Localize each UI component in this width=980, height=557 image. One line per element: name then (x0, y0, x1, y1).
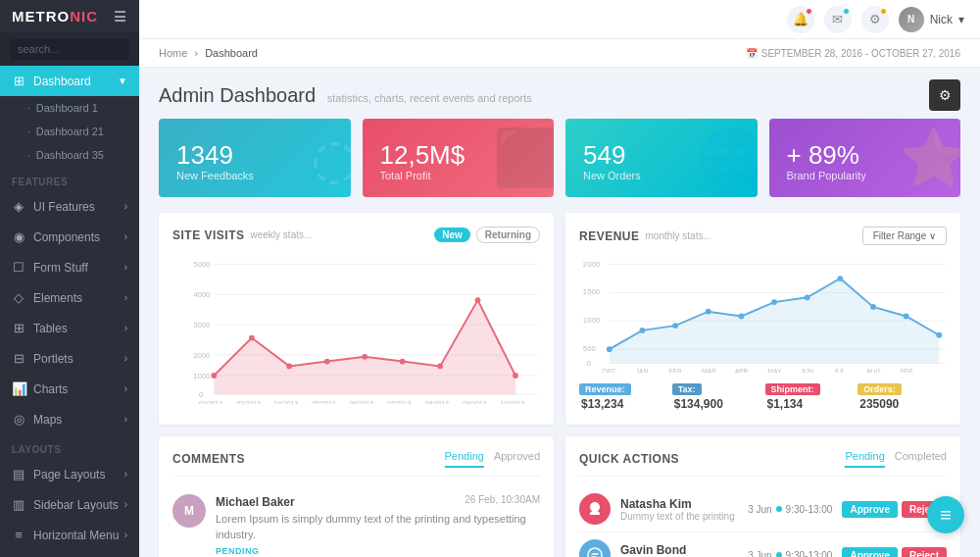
charts-row: SITE VISITS weekly stats... New Returnin… (139, 213, 980, 436)
chevron-right-icon: › (124, 499, 127, 510)
svg-text:06/2013: 06/2013 (350, 400, 374, 404)
svg-text:1500: 1500 (583, 287, 600, 296)
portlets-icon: ⊟ (12, 351, 25, 366)
message-dot (843, 8, 850, 15)
new-tag[interactable]: New (434, 228, 470, 242)
stat-card-profit: ⬛ 12,5M$ Total Profit (363, 119, 555, 197)
stat-card-feedbacks: ◌ 1349 New Feedbacks (159, 119, 351, 197)
legend-orders: Orders: 235090 (858, 383, 947, 411)
svg-text:2000: 2000 (583, 260, 600, 269)
stat-cards: ◌ 1349 New Feedbacks ⬛ 12,5M$ Total Prof… (139, 119, 980, 213)
chevron-right-icon: › (124, 383, 127, 394)
tab-approved[interactable]: Approved (494, 450, 540, 468)
sidebar-item-dashboard3[interactable]: · Dashboard 3 5 (0, 143, 139, 167)
approve-button[interactable]: Approve (842, 547, 898, 557)
comment-body: Michael Baker 26 Feb, 10:30AM Lorem Ipsu… (216, 494, 540, 556)
quick-actions-title: QUICK ACTIONS (579, 452, 679, 466)
tab-pending[interactable]: Pending (445, 450, 484, 468)
settings-button[interactable]: ⚙ (929, 79, 960, 111)
sidebar-toggle-icon[interactable]: ☰ (114, 9, 127, 25)
sidebar-item-ui-features[interactable]: ◈ UI Features › (0, 191, 139, 222)
sidebar-item-custom-layouts[interactable]: ✦ Custom Layouts › (0, 550, 139, 557)
comments-header: COMMENTS Pending Approved (172, 450, 540, 477)
features-section-label: FEATURES (0, 167, 139, 191)
svg-text:1000: 1000 (193, 372, 210, 380)
sidebar-item-label: Dashboard 1 (36, 102, 98, 114)
qa-action-buttons: Approve Reject (842, 547, 947, 557)
qa-name: Gavin Bond (620, 543, 738, 557)
topbar-right: 🔔 ✉ ⚙ N Nick ▾ (787, 6, 964, 33)
legend-value: 235090 (858, 397, 947, 411)
stat-label: Brand Popularity (787, 170, 944, 181)
revenue-chart: 2000 1500 1000 500 0 (579, 255, 947, 373)
chart-header: SITE VISITS weekly stats... New Returnin… (172, 227, 540, 243)
svg-point-47 (771, 299, 777, 305)
sidebar-item-dashboard1[interactable]: · Dashboard 1 (0, 96, 139, 120)
legend-label: Revenue: (579, 383, 631, 395)
svg-text:07/2013: 07/2013 (387, 400, 412, 404)
logo-accent: NIC (70, 8, 98, 25)
reject-button[interactable]: Reject (902, 547, 947, 557)
svg-point-48 (805, 294, 810, 300)
breadcrumb: Home › Dashboard 📅 SEPTEMBER 28, 2016 - … (139, 39, 980, 68)
sidebar-item-label: Sidebar Layouts (33, 498, 119, 512)
svg-point-52 (936, 332, 942, 338)
breadcrumb-sep: › (194, 47, 198, 59)
svg-text:500: 500 (583, 344, 596, 353)
chevron-right-icon: › (124, 201, 127, 212)
comments-card: COMMENTS Pending Approved M Michael Bake… (159, 436, 554, 557)
messages-button[interactable]: ✉ (824, 6, 852, 33)
sidebar-item-page-layouts[interactable]: ▤ Page Layouts › (0, 459, 139, 489)
legend-revenue: Revenue: $13,234 (579, 383, 668, 411)
sidebar-item-components[interactable]: ◉ Components › (0, 222, 139, 252)
revenue-title: REVENUE (579, 229, 640, 243)
breadcrumb-home[interactable]: Home (159, 47, 187, 59)
bottom-row: COMMENTS Pending Approved M Michael Bake… (139, 436, 980, 557)
svg-text:SEP: SEP (900, 368, 913, 373)
sidebar-item-dashboard[interactable]: ⊞ Dashboard ▼ (0, 66, 139, 96)
qa-desc: Dummy text of the printing (620, 511, 738, 522)
sidebar-item-tables[interactable]: ⊞ Tables › (0, 313, 139, 343)
svg-text:0: 0 (199, 390, 203, 399)
search-input[interactable] (10, 38, 129, 60)
content-area: Home › Dashboard 📅 SEPTEMBER 28, 2016 - … (139, 39, 980, 557)
sidebar-item-maps[interactable]: ◎ Maps › (0, 404, 139, 434)
tab-pending[interactable]: Pending (845, 450, 884, 468)
sidebar-item-label: Dashboard (33, 75, 91, 88)
sidebar-item-elements[interactable]: ◇ Elements › (0, 282, 139, 313)
svg-point-19 (437, 363, 443, 369)
legend-shipment: Shipment: $1,134 (765, 383, 855, 411)
svg-point-17 (362, 354, 368, 360)
sidebar-item-label: Dashboard 3 (36, 149, 98, 161)
topbar: 🔔 ✉ ⚙ N Nick ▾ (139, 0, 980, 39)
sidebar-item-horizontal-menu[interactable]: ≡ Horizontal Menu › (0, 520, 139, 550)
revenue-card: REVENUE monthly stats... Filter Range ∨ … (565, 213, 960, 425)
approve-button[interactable]: Approve (842, 501, 898, 518)
tasks-button[interactable]: ⚙ (861, 6, 889, 33)
svg-point-51 (904, 314, 909, 320)
chevron-right-icon: › (124, 262, 127, 273)
sidebar-item-dashboard2[interactable]: · Dashboard 2 1 (0, 120, 139, 143)
legend-label: Tax: (672, 383, 702, 395)
filter-range-button[interactable]: Filter Range ∨ (862, 227, 947, 245)
main-area: 🔔 ✉ ⚙ N Nick ▾ Home › Dashb (139, 0, 980, 557)
user-name: Nick (930, 13, 953, 26)
user-menu[interactable]: N Nick ▾ (899, 7, 964, 32)
fab-button[interactable]: ≡ (927, 496, 964, 533)
svg-text:2000: 2000 (193, 351, 210, 360)
sidebar-item-portlets[interactable]: ⊟ Portlets › (0, 343, 139, 374)
tab-completed[interactable]: Completed (895, 450, 947, 468)
notifications-button[interactable]: 🔔 (787, 6, 814, 33)
legend-label: Shipment: (765, 383, 820, 395)
svg-point-46 (739, 314, 745, 320)
site-visits-card: SITE VISITS weekly stats... New Returnin… (159, 213, 554, 425)
svg-text:APR: APR (735, 368, 749, 373)
sidebar-item-charts[interactable]: 📊 Charts › (0, 374, 139, 404)
qa-date: 3 Jun (748, 550, 771, 557)
sidebar-item-form-stuff[interactable]: ☐ Form Stuff › (0, 252, 139, 282)
svg-text:10/2013: 10/2013 (501, 400, 525, 404)
sidebar-item-sidebar-layouts[interactable]: ▥ Sidebar Layouts › (0, 489, 139, 520)
returning-tag[interactable]: Returning (476, 227, 540, 243)
chevron-right-icon: › (124, 469, 127, 480)
form-icon: ☐ (12, 260, 25, 275)
